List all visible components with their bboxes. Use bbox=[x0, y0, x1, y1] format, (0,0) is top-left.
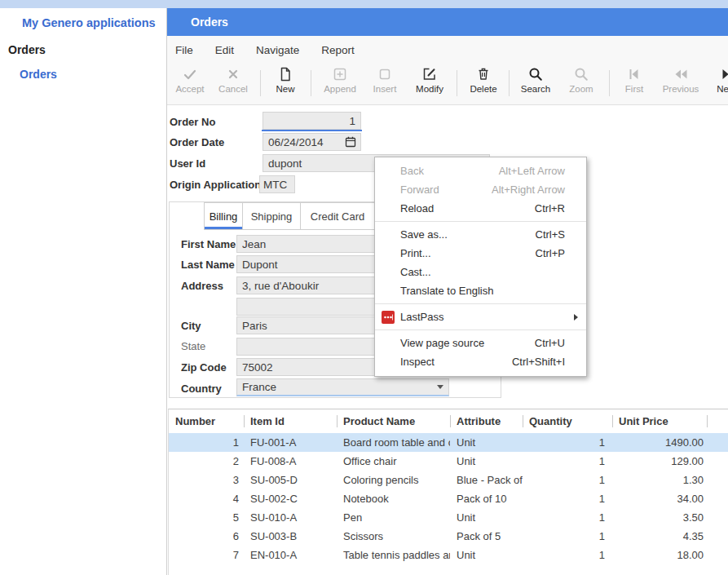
next-button[interactable]: Next bbox=[704, 65, 728, 103]
submenu-arrow-icon bbox=[574, 314, 578, 321]
delete-button[interactable]: Delete bbox=[461, 65, 506, 103]
shortcut: Ctrl+P bbox=[536, 247, 578, 259]
magnifier-icon bbox=[527, 65, 544, 83]
context-menu-item-print[interactable]: Print... Ctrl+P bbox=[375, 244, 586, 263]
table-row[interactable]: 7 EN-010-A Table tennis paddles and Unit… bbox=[169, 546, 728, 564]
table-row[interactable]: 6 SU-003-B Scissors Pack of 5 1 4.35 bbox=[169, 527, 728, 546]
search-button[interactable]: Search bbox=[513, 65, 558, 103]
table-row[interactable]: 3 SU-005-D Coloring pencils Blue - Pack … bbox=[169, 471, 728, 489]
cell-product-name: Table tennis paddles and bbox=[337, 549, 450, 561]
sidebar: My Genero applications Orders Orders bbox=[0, 8, 167, 575]
next-icon bbox=[718, 65, 728, 83]
cell-item-id: FU-008-A bbox=[244, 455, 337, 467]
document-icon bbox=[277, 65, 293, 83]
menu-edit[interactable]: Edit bbox=[215, 44, 234, 56]
shortcut: Ctrl+R bbox=[535, 202, 578, 215]
table-row[interactable]: 5 SU-010-A Pen Unit 1 3.50 bbox=[169, 508, 728, 527]
cell-product-name: Coloring pencils bbox=[337, 474, 450, 486]
calendar-icon[interactable] bbox=[344, 135, 357, 152]
magnifier-icon bbox=[573, 65, 589, 83]
cell-attribute: Unit bbox=[450, 455, 523, 467]
column-header-unit-price[interactable]: Unit Price bbox=[612, 409, 707, 433]
x-icon bbox=[225, 65, 241, 83]
app-root: { "colors": { "titlebar_blue": "#4a86e2"… bbox=[0, 0, 728, 575]
cell-attribute: Unit bbox=[450, 436, 523, 449]
first-button[interactable]: First bbox=[611, 65, 657, 103]
shortcut: Ctrl+S bbox=[536, 228, 578, 241]
toolbar-separator bbox=[457, 70, 457, 96]
zoom-button[interactable]: Zoom bbox=[558, 65, 604, 103]
modify-button[interactable]: Modify bbox=[407, 65, 452, 103]
origin-application-field[interactable] bbox=[259, 175, 295, 193]
menu-file[interactable]: File bbox=[175, 44, 193, 56]
browser-top-strip bbox=[0, 0, 728, 8]
table-row[interactable]: 1 FU-001-A Board room table and ch Unit … bbox=[169, 433, 728, 452]
window-titlebar: Orders bbox=[167, 8, 728, 36]
tab-credit-card[interactable]: Credit Card bbox=[300, 202, 375, 230]
cell-number: 4 bbox=[169, 493, 244, 505]
table-row[interactable]: 2 FU-008-A Office chair Unit 1 129.00 bbox=[169, 452, 728, 471]
context-menu-item-view-source[interactable]: View page source Ctrl+U bbox=[375, 334, 586, 352]
order-date-label: Order Date bbox=[170, 136, 224, 148]
toolbar-separator bbox=[260, 70, 261, 96]
menu-toolbar-area: File Edit Navigate Report Accept Cancel … bbox=[167, 36, 728, 105]
new-button[interactable]: New bbox=[263, 65, 308, 103]
column-header-item-id[interactable]: Item Id bbox=[244, 409, 337, 433]
column-header-attribute[interactable]: Attribute bbox=[450, 409, 523, 433]
column-header-number[interactable]: Number bbox=[169, 409, 244, 433]
cell-quantity: 1 bbox=[523, 455, 612, 467]
trash-icon bbox=[475, 65, 492, 83]
accept-button[interactable]: Accept bbox=[169, 65, 211, 103]
table-row[interactable]: 4 SU-002-C Notebook Pack of 10 1 34.00 bbox=[169, 489, 728, 508]
insert-button[interactable]: Insert bbox=[362, 65, 408, 103]
square-icon bbox=[377, 65, 393, 83]
country-value: France bbox=[242, 381, 276, 393]
cell-unit-price: 3.50 bbox=[612, 511, 707, 524]
menu-navigate[interactable]: Navigate bbox=[256, 44, 299, 56]
context-menu-item-lastpass[interactable]: LastPass bbox=[375, 307, 586, 326]
cell-attribute: Pack of 5 bbox=[450, 530, 523, 542]
context-menu-separator bbox=[375, 221, 586, 222]
cancel-button[interactable]: Cancel bbox=[211, 65, 255, 103]
cell-unit-price: 18.00 bbox=[612, 549, 707, 561]
context-menu-item-inspect[interactable]: Inspect Ctrl+Shift+I bbox=[375, 352, 586, 371]
cell-item-id: EN-010-A bbox=[244, 549, 337, 561]
cell-number: 7 bbox=[169, 549, 244, 561]
context-menu-item-translate[interactable]: Translate to English bbox=[375, 281, 586, 300]
context-menu-separator bbox=[375, 330, 586, 330]
context-menu-item-save-as[interactable]: Save as... Ctrl+S bbox=[375, 225, 586, 244]
previous-button[interactable]: Previous bbox=[658, 65, 704, 103]
country-label: Country bbox=[181, 383, 222, 395]
cell-quantity: 1 bbox=[523, 549, 612, 561]
append-button[interactable]: Append bbox=[317, 65, 363, 103]
shortcut: Alt+Right Arrow bbox=[492, 184, 578, 196]
cell-product-name: Scissors bbox=[337, 530, 450, 542]
cell-quantity: 1 bbox=[523, 436, 612, 449]
cell-attribute: Unit bbox=[450, 511, 523, 524]
cell-unit-price: 129.00 bbox=[612, 455, 707, 467]
plus-square-icon bbox=[332, 65, 348, 83]
browser-context-menu: Back Alt+Left Arrow Forward Alt+Right Ar… bbox=[374, 157, 587, 377]
country-dropdown[interactable]: France bbox=[236, 378, 449, 396]
order-no-field[interactable] bbox=[263, 112, 361, 130]
cell-item-id: SU-002-C bbox=[244, 493, 337, 505]
cell-unit-price: 1.30 bbox=[612, 474, 707, 486]
cell-product-name: Notebook bbox=[337, 493, 450, 505]
check-icon bbox=[182, 65, 198, 83]
cell-attribute: Pack of 10 bbox=[450, 493, 523, 505]
zip-code-label: Zip Code bbox=[181, 361, 227, 374]
cell-quantity: 1 bbox=[523, 530, 612, 542]
origin-application-label: Origin Application bbox=[170, 179, 261, 191]
menu-report[interactable]: Report bbox=[321, 44, 355, 56]
context-menu-item-reload[interactable]: Reload Ctrl+R bbox=[375, 199, 586, 218]
column-header-product[interactable]: Product Name bbox=[337, 409, 450, 433]
tab-shipping[interactable]: Shipping bbox=[242, 202, 301, 230]
user-id-label: User Id bbox=[170, 157, 205, 170]
tab-billing[interactable]: Billing bbox=[204, 202, 243, 230]
table-header-row: Number Item Id Product Name Attribute Qu… bbox=[169, 409, 728, 433]
context-menu-item-cast[interactable]: Cast... bbox=[375, 263, 586, 281]
column-header-quantity[interactable]: Quantity bbox=[523, 409, 612, 433]
cell-unit-price: 4.35 bbox=[612, 530, 707, 542]
shortcut: Alt+Left Arrow bbox=[499, 165, 578, 177]
sidebar-item-orders[interactable]: Orders bbox=[20, 68, 57, 81]
